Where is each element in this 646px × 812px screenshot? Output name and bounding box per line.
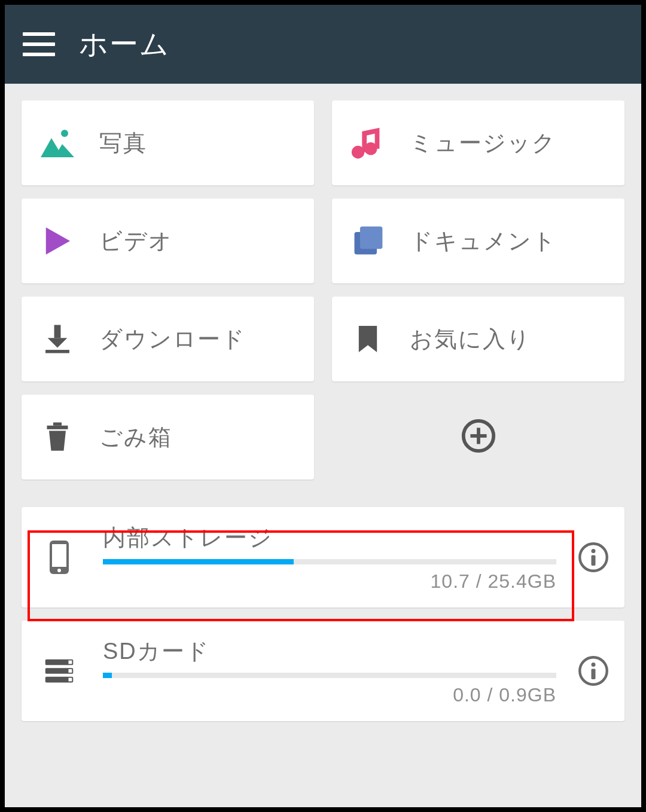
category-grid: 写真 ミュージック bbox=[22, 100, 624, 480]
svg-point-28 bbox=[592, 663, 596, 667]
photo-icon bbox=[36, 121, 79, 164]
svg-marker-8 bbox=[48, 338, 68, 347]
video-icon bbox=[36, 219, 79, 262]
storage-usage: 10.7 / 25.4GB bbox=[103, 570, 556, 593]
svg-rect-25 bbox=[69, 669, 72, 673]
storage-usage: 0.0 / 0.9GB bbox=[103, 684, 556, 706]
phone-icon bbox=[36, 534, 83, 581]
tile-favorites[interactable]: お気に入り bbox=[332, 297, 624, 381]
svg-rect-10 bbox=[47, 426, 68, 429]
trash-icon bbox=[36, 416, 79, 459]
tile-label: ダウンロード bbox=[99, 324, 246, 355]
tile-photos[interactable]: 写真 bbox=[22, 100, 314, 185]
tile-downloads[interactable]: ダウンロード bbox=[22, 297, 314, 381]
svg-rect-9 bbox=[45, 350, 69, 353]
svg-marker-0 bbox=[41, 138, 74, 157]
add-tile-cell bbox=[332, 395, 624, 480]
svg-rect-14 bbox=[470, 434, 486, 438]
svg-rect-29 bbox=[592, 669, 596, 680]
storage-progress bbox=[103, 673, 556, 678]
menu-icon[interactable] bbox=[23, 32, 55, 56]
storage-progress-fill bbox=[103, 559, 294, 564]
svg-point-1 bbox=[61, 130, 68, 137]
svg-rect-16 bbox=[52, 544, 66, 567]
tile-label: ドキュメント bbox=[410, 226, 557, 257]
svg-rect-20 bbox=[592, 555, 596, 566]
svg-point-3 bbox=[364, 142, 377, 155]
svg-rect-24 bbox=[69, 661, 72, 664]
info-icon bbox=[577, 654, 610, 688]
svg-rect-26 bbox=[69, 678, 72, 682]
svg-point-19 bbox=[592, 549, 596, 553]
info-button[interactable] bbox=[577, 654, 610, 688]
tile-video[interactable]: ビデオ bbox=[22, 199, 314, 283]
bookmark-icon bbox=[346, 318, 389, 361]
storage-title: SDカード bbox=[103, 636, 556, 667]
add-button[interactable] bbox=[460, 417, 497, 457]
add-icon bbox=[460, 417, 497, 454]
storage-list: 内部ストレージ 10.7 / 25.4GB bbox=[22, 507, 624, 721]
page-title: ホーム bbox=[79, 25, 170, 63]
svg-point-17 bbox=[57, 569, 61, 572]
tile-label: ミュージック bbox=[410, 128, 556, 158]
svg-rect-11 bbox=[53, 423, 62, 426]
tile-label: ごみ箱 bbox=[99, 422, 172, 453]
info-icon bbox=[577, 541, 610, 574]
tile-documents[interactable]: ドキュメント bbox=[332, 199, 624, 283]
app-bar: ホーム bbox=[5, 5, 641, 84]
svg-marker-4 bbox=[46, 227, 70, 255]
document-icon bbox=[346, 219, 389, 262]
tile-music[interactable]: ミュージック bbox=[332, 100, 624, 185]
storage-progress bbox=[103, 559, 556, 564]
storage-sdcard[interactable]: SDカード 0.0 / 0.9GB bbox=[22, 621, 624, 721]
tile-label: お気に入り bbox=[410, 324, 531, 355]
download-icon bbox=[36, 318, 79, 361]
tile-trash[interactable]: ごみ箱 bbox=[22, 395, 314, 480]
music-icon bbox=[346, 121, 389, 164]
svg-point-2 bbox=[352, 146, 364, 158]
svg-rect-6 bbox=[360, 227, 383, 249]
tile-label: ビデオ bbox=[99, 226, 173, 257]
storage-internal[interactable]: 内部ストレージ 10.7 / 25.4GB bbox=[22, 507, 624, 608]
svg-rect-7 bbox=[54, 325, 61, 338]
storage-title: 内部ストレージ bbox=[103, 523, 556, 553]
storage-progress-fill bbox=[103, 673, 112, 678]
tile-label: 写真 bbox=[99, 128, 147, 158]
sdcard-icon bbox=[36, 648, 83, 694]
info-button[interactable] bbox=[577, 541, 610, 574]
